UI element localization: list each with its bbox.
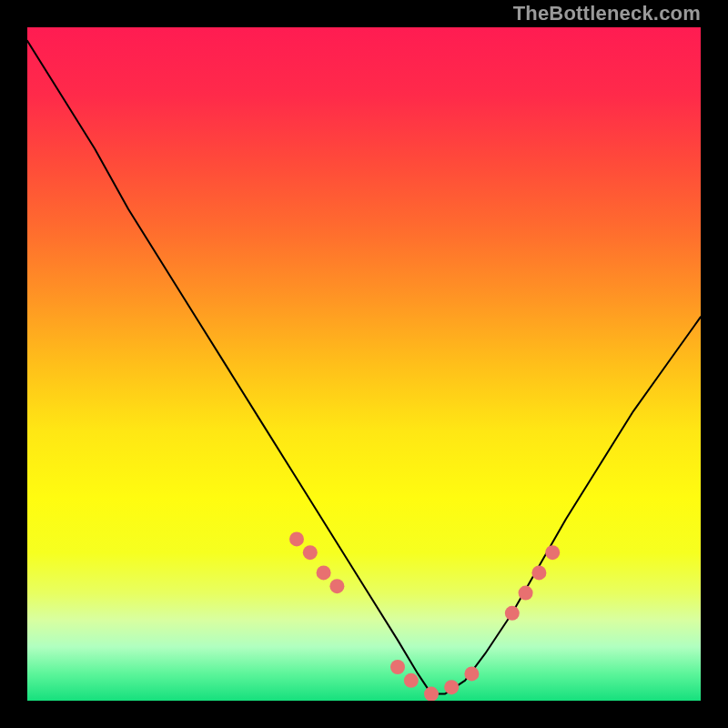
- data-point: [519, 586, 533, 601]
- data-point: [531, 565, 546, 580]
- bottleneck-curve: [27, 41, 701, 694]
- data-point: [444, 680, 459, 694]
- data-point: [303, 545, 318, 560]
- chart-area: [27, 27, 701, 701]
- curve-overlay: [27, 27, 701, 701]
- data-point: [317, 565, 331, 580]
- data-point: [505, 606, 520, 621]
- data-point: [390, 660, 405, 674]
- watermark-text: TheBottleneck.com: [513, 4, 701, 24]
- data-point: [329, 579, 344, 593]
- data-point: [545, 545, 560, 560]
- data-point: [289, 531, 304, 546]
- data-point: [424, 687, 439, 701]
- data-point: [404, 673, 419, 688]
- data-point: [464, 666, 479, 681]
- data-points: [289, 531, 560, 701]
